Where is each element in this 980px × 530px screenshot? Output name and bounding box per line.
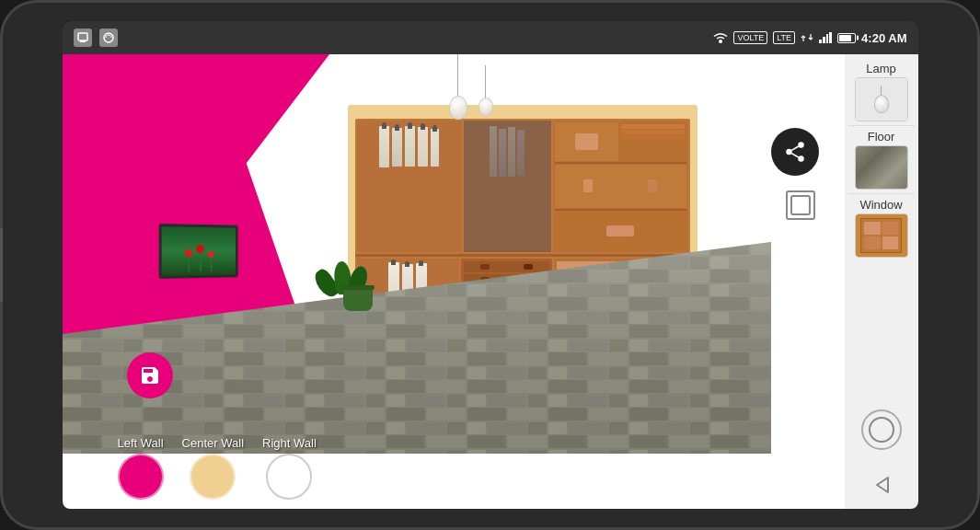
status-time: 4:20 AM <box>861 31 906 45</box>
room-scene: Left Wall Center Wall Right Wall <box>63 54 845 509</box>
share-icon <box>783 140 807 164</box>
right-panel: Lamp Floor <box>845 54 918 509</box>
svg-rect-0 <box>78 33 87 40</box>
svg-line-17 <box>791 154 798 157</box>
center-wall-swatch[interactable] <box>190 454 236 500</box>
wardrobe-top-section <box>355 119 690 254</box>
battery-icon <box>837 33 856 43</box>
volume-button <box>0 228 3 302</box>
window-label: Window <box>859 198 902 212</box>
volte-badge: VOLTE <box>733 31 767 44</box>
share-button[interactable] <box>771 128 819 176</box>
home-button[interactable] <box>861 409 902 450</box>
svg-point-15 <box>786 149 792 156</box>
tv <box>158 224 237 279</box>
square-icon <box>788 192 813 218</box>
save-icon <box>139 364 161 386</box>
phone-frame: VOLTE LTE <box>0 0 980 530</box>
lte-arrows-icon <box>801 32 813 43</box>
left-wall-option[interactable]: Left Wall <box>118 436 164 500</box>
back-button[interactable] <box>865 468 898 501</box>
svg-point-3 <box>719 40 722 43</box>
nav-buttons <box>861 391 902 501</box>
divider-2 <box>848 193 915 194</box>
panel-item-floor[interactable]: Floor <box>848 130 915 190</box>
center-wall-label: Center Wall <box>182 436 244 450</box>
lamp-thumb-content <box>856 78 907 121</box>
left-wall-swatch[interactable] <box>118 454 164 500</box>
center-wall-option[interactable]: Center Wall <box>182 436 244 500</box>
lte-badge: LTE <box>773 31 795 44</box>
status-icon-2 <box>99 29 118 47</box>
bottom-wall-options: Left Wall Center Wall Right Wall <box>118 436 317 500</box>
status-bar-left <box>74 29 118 47</box>
left-wall-label: Left Wall <box>118 436 164 450</box>
lamp-thumbnail[interactable] <box>855 77 908 121</box>
status-icon-1 <box>74 29 92 47</box>
save-button[interactable] <box>127 352 173 398</box>
divider-1 <box>848 125 915 126</box>
signal-icon <box>819 32 832 43</box>
panel-item-lamp[interactable]: Lamp <box>848 62 915 121</box>
svg-rect-1 <box>80 40 86 42</box>
svg-rect-19 <box>791 196 810 214</box>
floor-label: Floor <box>868 130 895 144</box>
panel-item-window[interactable]: Window <box>848 198 915 258</box>
pendant-lamps <box>449 54 493 120</box>
right-wall-option[interactable]: Right Wall <box>262 436 317 500</box>
wardrobe-hanging-mid <box>464 121 551 252</box>
floor-thumb-content <box>856 146 907 189</box>
wardrobe-shelves-right <box>553 121 688 252</box>
right-wall-label: Right Wall <box>262 436 317 450</box>
wifi-icon <box>713 31 728 44</box>
tv-content <box>185 245 213 271</box>
wardrobe-hanging-left <box>357 121 462 252</box>
svg-point-14 <box>798 142 804 148</box>
lamp-label: Lamp <box>866 62 896 75</box>
floor-thumbnail[interactable] <box>855 145 908 190</box>
window-thumb-content <box>856 214 907 257</box>
right-wall-swatch[interactable] <box>266 454 312 500</box>
svg-marker-20 <box>877 478 888 492</box>
svg-line-18 <box>791 146 798 150</box>
phone-screen: VOLTE LTE <box>63 21 918 509</box>
back-icon <box>871 475 892 495</box>
status-bar-right: VOLTE LTE <box>713 31 906 45</box>
status-bar: VOLTE LTE <box>63 21 918 54</box>
recent-apps-button[interactable] <box>786 190 815 220</box>
main-content: Left Wall Center Wall Right Wall <box>63 54 918 509</box>
svg-point-16 <box>798 156 804 162</box>
window-thumbnail[interactable] <box>855 213 908 258</box>
plant <box>343 285 373 311</box>
